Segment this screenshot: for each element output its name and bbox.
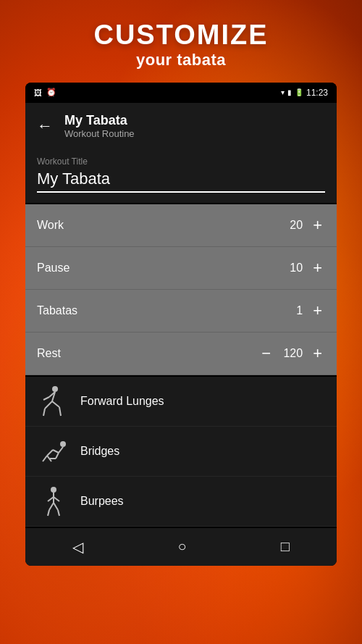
setting-plus-pause[interactable]: +	[310, 259, 325, 277]
svg-point-16	[51, 487, 56, 493]
top-heading-section: CUSTOMIZE your tabata	[0, 0, 362, 83]
setting-plus-work[interactable]: +	[310, 216, 325, 235]
setting-controls-work: 20 +	[281, 216, 325, 235]
svg-line-9	[59, 447, 63, 453]
svg-line-23	[58, 510, 59, 516]
svg-point-8	[60, 441, 66, 447]
status-bar-right-icons: ▾ ▮ 🔋 11:23	[281, 88, 328, 98]
bridges-icon	[37, 435, 69, 467]
customize-title: CUSTOMIZE	[0, 20, 362, 51]
svg-line-7	[43, 397, 49, 400]
svg-line-14	[56, 453, 59, 459]
setting-controls-rest: − 120 +	[258, 344, 325, 363]
svg-line-10	[53, 450, 59, 453]
status-bar: 🖼 ⏰ ▾ ▮ 🔋 11:23	[25, 83, 337, 103]
exercise-name-bridges: Bridges	[80, 445, 119, 458]
exercise-name-burpees: Burpees	[80, 495, 124, 508]
svg-line-21	[54, 503, 58, 510]
svg-line-12	[43, 456, 47, 461]
wifi-icon: ▾	[281, 88, 285, 96]
status-time: 11:23	[306, 88, 328, 98]
image-icon: 🖼	[34, 88, 42, 97]
lunges-icon	[37, 385, 69, 417]
workout-title-label: Workout Title	[37, 156, 325, 167]
setting-controls-tabatas: 1 +	[281, 301, 325, 320]
svg-line-2	[45, 401, 52, 409]
setting-value-rest: 120	[281, 347, 303, 360]
svg-line-22	[48, 510, 49, 516]
exercise-item-burpees[interactable]: Burpees	[25, 477, 337, 527]
svg-line-5	[43, 409, 45, 416]
setting-value-tabatas: 1	[281, 304, 303, 317]
setting-value-work: 20	[281, 219, 303, 232]
setting-row-rest: Rest − 120 +	[25, 333, 337, 375]
battery-icon: 🔋	[295, 88, 303, 96]
svg-line-18	[48, 497, 54, 501]
svg-point-0	[52, 386, 58, 392]
setting-plus-rest[interactable]: +	[310, 344, 325, 363]
app-bar-title: My Tabata	[64, 113, 135, 128]
content-area: Workout Title Work 20 + Pause 10 + Taba	[25, 149, 337, 527]
setting-row-work: Work 20 +	[25, 204, 337, 247]
setting-label-tabatas: Tabatas	[37, 304, 77, 317]
status-bar-left-icons: 🖼 ⏰	[34, 88, 56, 97]
your-tabata-subtitle: your tabata	[0, 51, 362, 70]
phone-frame: 🖼 ⏰ ▾ ▮ 🔋 11:23 ← My Tabata Workout Rout…	[25, 83, 337, 566]
alarm-icon: ⏰	[46, 88, 56, 97]
app-bar-subtitle: Workout Routine	[64, 128, 135, 139]
setting-value-pause: 10	[281, 262, 303, 275]
nav-recent-button[interactable]: □	[266, 532, 304, 561]
nav-home-button[interactable]: ○	[163, 532, 201, 561]
setting-label-rest: Rest	[37, 347, 61, 360]
exercise-item-bridges[interactable]: Bridges	[25, 427, 337, 477]
back-button[interactable]: ←	[37, 117, 53, 135]
svg-line-3	[52, 401, 59, 407]
workout-title-input[interactable]	[37, 170, 325, 193]
setting-plus-tabatas[interactable]: +	[310, 301, 325, 320]
setting-controls-pause: 10 +	[281, 259, 325, 277]
exercise-name-lunges: Forward Lunges	[80, 395, 164, 408]
svg-line-19	[54, 497, 59, 501]
svg-line-11	[47, 450, 53, 456]
bottom-nav: ◁ ○ □	[25, 528, 337, 566]
exercise-item-lunges[interactable]: Forward Lunges	[25, 377, 337, 427]
nav-back-button[interactable]: ◁	[58, 532, 98, 561]
setting-label-pause: Pause	[37, 262, 70, 275]
svg-line-20	[49, 503, 54, 510]
svg-line-4	[59, 407, 61, 416]
setting-row-pause: Pause 10 +	[25, 247, 337, 290]
app-bar: ← My Tabata Workout Routine	[25, 103, 337, 149]
exercise-section: Forward Lunges Bridg	[25, 377, 337, 527]
settings-section: Work 20 + Pause 10 + Tabatas 1 +	[25, 204, 337, 375]
setting-label-work: Work	[37, 219, 64, 232]
burpees-icon	[37, 485, 69, 517]
workout-title-section: Workout Title	[25, 149, 337, 203]
setting-row-tabatas: Tabatas 1 +	[25, 290, 337, 333]
signal-icon: ▮	[287, 88, 292, 96]
app-bar-titles: My Tabata Workout Routine	[64, 113, 135, 139]
setting-minus-rest[interactable]: −	[258, 344, 274, 363]
